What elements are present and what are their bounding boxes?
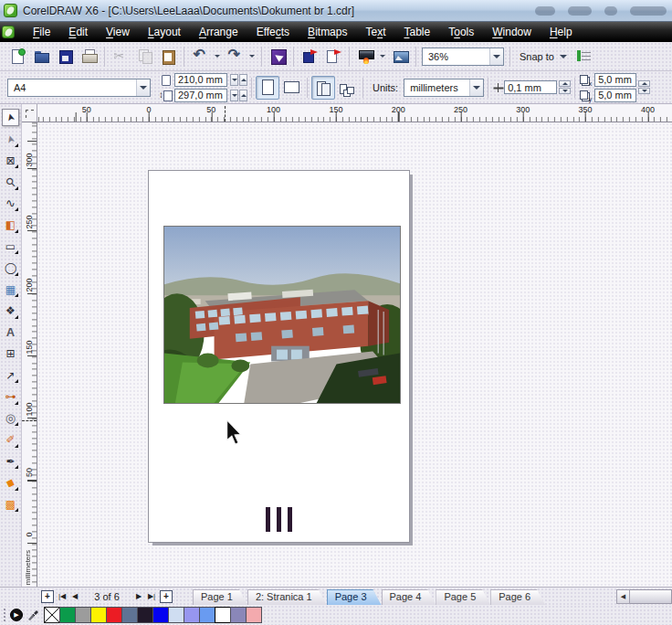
window-controls[interactable] — [535, 6, 667, 16]
duplicate-distance-spinner[interactable] — [638, 80, 650, 94]
first-page-button[interactable]: |◀ — [56, 589, 68, 604]
tab-page-2[interactable]: 2: Stranica 1 — [247, 589, 327, 605]
freehand-tool[interactable]: ∿ — [2, 195, 19, 212]
purple-gray-swatch[interactable] — [230, 607, 247, 623]
eyedropper-tool[interactable]: ✐ — [2, 431, 19, 449]
paper-width-field[interactable]: 210,0 mm — [174, 73, 227, 87]
paste-button[interactable] — [156, 46, 180, 68]
table-tool[interactable]: ⊞ — [2, 345, 19, 363]
nudge-distance-field[interactable]: 0,1 mm — [504, 80, 557, 94]
spin-down-icon[interactable] — [638, 88, 650, 94]
paper-size-combo[interactable]: A4 — [7, 79, 151, 97]
blend-tool[interactable]: ◎ — [2, 409, 19, 427]
rectangle-tool[interactable]: ▭ — [2, 238, 19, 255]
window-control-smudge[interactable] — [568, 6, 592, 16]
ellipse-tool[interactable]: ◯ — [2, 260, 19, 277]
new-document-button[interactable] — [5, 46, 29, 68]
black-swatch[interactable] — [137, 607, 153, 623]
tab-page-6[interactable]: Page 6 — [490, 589, 545, 605]
cornflower-swatch[interactable] — [199, 607, 215, 623]
tab-page-3[interactable]: Page 3 — [327, 589, 382, 605]
all-pages-layout-button[interactable] — [311, 76, 335, 100]
spin-down-icon[interactable] — [230, 90, 238, 101]
spin-up-icon[interactable] — [239, 90, 247, 101]
tab-page-5[interactable]: Page 5 — [436, 589, 490, 605]
paper-height-spinner[interactable] — [230, 90, 247, 101]
tab-page-4[interactable]: Page 4 — [382, 589, 436, 605]
spin-up-icon[interactable] — [239, 74, 247, 86]
text-tool[interactable]: A — [2, 323, 19, 341]
portrait-orientation-button[interactable] — [256, 76, 279, 100]
save-button[interactable] — [53, 46, 77, 68]
red-swatch[interactable] — [106, 607, 122, 623]
landscape-orientation-button[interactable] — [279, 76, 303, 100]
search-content-button[interactable] — [266, 46, 289, 68]
copy-button[interactable] — [132, 46, 156, 68]
drawing-canvas[interactable] — [37, 122, 672, 587]
open-button[interactable] — [29, 46, 53, 68]
pick-tool[interactable]: ➤ — [2, 109, 19, 126]
duplicate-distance-y-field[interactable]: 5,0 mm — [594, 89, 636, 102]
zoom-level-combo[interactable]: 36% — [422, 48, 504, 66]
window-control-smudge[interactable] — [630, 6, 667, 16]
fill-tool[interactable]: ◆ — [2, 474, 19, 492]
palette-eyedropper-icon[interactable] — [26, 609, 39, 621]
gray-swatch[interactable] — [75, 607, 91, 623]
chevron-down-icon[interactable] — [489, 48, 503, 65]
chevron-down-icon[interactable] — [469, 79, 483, 96]
spin-up-icon[interactable] — [559, 80, 571, 87]
snap-to-dropdown[interactable]: Snap to — [516, 49, 571, 64]
paper-height-field[interactable]: 297,0 mm — [174, 89, 227, 102]
cut-button[interactable] — [109, 46, 132, 68]
horizontal-scrollbar[interactable]: ◀ — [616, 589, 672, 604]
spin-down-icon[interactable] — [230, 74, 238, 86]
export-button[interactable] — [321, 46, 345, 68]
print-button[interactable] — [77, 46, 100, 68]
shape-tool[interactable]: ➤ — [2, 131, 19, 148]
scrollbar-thumb[interactable] — [630, 589, 672, 604]
undo-button[interactable] — [188, 46, 212, 68]
ruler-horizontal[interactable]: 50050100150200250300350400 — [37, 104, 672, 122]
page-numeral[interactable] — [149, 507, 409, 532]
yellow-swatch[interactable] — [90, 607, 107, 623]
slate-blue-swatch[interactable] — [121, 607, 138, 623]
graph-paper-tool[interactable]: ▦ — [2, 281, 19, 298]
blue-swatch[interactable] — [152, 607, 169, 623]
palette-drag-handle[interactable] — [3, 608, 7, 622]
options-button[interactable] — [572, 46, 596, 68]
spin-up-icon[interactable] — [638, 80, 650, 87]
ruler-vertical[interactable]: 300250200150100500 millimeters — [22, 122, 37, 587]
crop-tool[interactable]: ⊠ — [2, 152, 19, 169]
white-swatch[interactable] — [215, 607, 231, 623]
no-color-swatch[interactable] — [44, 607, 60, 623]
connector-tool[interactable]: ⊶ — [2, 388, 19, 406]
chevron-down-icon[interactable] — [136, 79, 150, 96]
duplicate-distance-x-field[interactable]: 5,0 mm — [594, 73, 636, 87]
add-page-end-button[interactable]: + — [160, 590, 173, 603]
zoom-tool[interactable]: ⚲ — [2, 174, 19, 191]
tab-page-1[interactable]: Page 1 — [193, 589, 247, 605]
pale-blue-swatch[interactable] — [168, 607, 184, 623]
import-button[interactable] — [298, 46, 321, 68]
basic-shapes-tool[interactable]: ❖ — [2, 302, 19, 320]
application-launcher-button[interactable] — [353, 46, 377, 68]
interactive-fill-tool[interactable]: ▩ — [2, 495, 19, 513]
building-photo[interactable] — [163, 226, 401, 404]
window-control-smudge[interactable] — [604, 6, 617, 16]
current-page-layout-button[interactable] — [335, 76, 359, 100]
last-page-button[interactable]: ▶| — [145, 589, 158, 604]
pink-swatch[interactable] — [246, 607, 262, 623]
window-control-smudge[interactable] — [535, 6, 555, 16]
dimension-tool[interactable]: ↗ — [2, 366, 19, 384]
lavender-swatch[interactable] — [184, 607, 200, 623]
add-page-start-button[interactable]: + — [41, 590, 54, 603]
redo-button[interactable] — [223, 46, 247, 68]
prev-page-button[interactable]: ◀ — [68, 589, 81, 604]
outline-pen-tool[interactable]: ✒ — [2, 452, 19, 470]
green-swatch[interactable] — [59, 607, 76, 623]
palette-flyout-button[interactable]: ▶ — [10, 609, 23, 621]
scroll-left-button[interactable]: ◀ — [616, 589, 630, 604]
smart-fill-tool[interactable]: ◧ — [2, 217, 19, 234]
units-combo[interactable]: millimeters — [404, 79, 484, 97]
nudge-spinner[interactable] — [559, 80, 571, 94]
